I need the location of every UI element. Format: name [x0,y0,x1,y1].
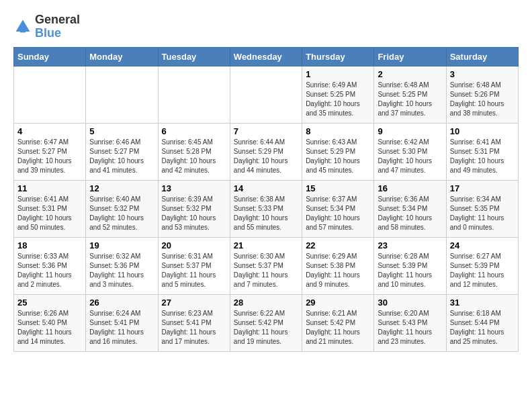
calendar-cell: 2Sunrise: 6:48 AMSunset: 5:25 PMDaylight… [374,66,446,123]
day-number: 19 [89,240,154,250]
day-info: Sunrise: 6:24 AMSunset: 5:41 PMDaylight:… [89,309,154,347]
calendar-cell: 6Sunrise: 6:45 AMSunset: 5:28 PMDaylight… [158,123,230,180]
calendar-cell: 7Sunrise: 6:44 AMSunset: 5:29 PMDaylight… [230,123,302,180]
calendar-cell: 27Sunrise: 6:23 AMSunset: 5:41 PMDayligh… [158,294,230,351]
calendar-cell: 12Sunrise: 6:40 AMSunset: 5:32 PMDayligh… [86,180,158,237]
calendar-cell: 4Sunrise: 6:47 AMSunset: 5:27 PMDaylight… [14,123,86,180]
calendar-week-4: 18Sunrise: 6:33 AMSunset: 5:36 PMDayligh… [14,237,519,294]
calendar-cell: 20Sunrise: 6:31 AMSunset: 5:37 PMDayligh… [158,237,230,294]
day-number: 11 [17,183,82,193]
col-wednesday: Wednesday [230,47,302,66]
day-number: 8 [306,126,370,136]
calendar-cell: 10Sunrise: 6:41 AMSunset: 5:31 PMDayligh… [446,123,518,180]
calendar-week-1: 1Sunrise: 6:49 AMSunset: 5:25 PMDaylight… [14,66,519,123]
day-number: 10 [450,126,515,136]
day-info: Sunrise: 6:38 AMSunset: 5:33 PMDaylight:… [234,195,298,232]
day-number: 31 [450,298,515,308]
day-info: Sunrise: 6:32 AMSunset: 5:36 PMDaylight:… [89,252,154,289]
day-number: 4 [17,126,82,136]
day-info: Sunrise: 6:48 AMSunset: 5:25 PMDaylight:… [378,81,442,118]
day-info: Sunrise: 6:47 AMSunset: 5:27 PMDaylight:… [17,138,82,175]
calendar-cell: 21Sunrise: 6:30 AMSunset: 5:37 PMDayligh… [230,237,302,294]
day-number: 2 [378,69,442,79]
calendar-cell: 15Sunrise: 6:37 AMSunset: 5:34 PMDayligh… [302,180,374,237]
day-info: Sunrise: 6:37 AMSunset: 5:34 PMDaylight:… [306,195,370,232]
day-info: Sunrise: 6:43 AMSunset: 5:29 PMDaylight:… [306,138,370,175]
calendar-cell: 3Sunrise: 6:48 AMSunset: 5:26 PMDaylight… [446,66,518,123]
day-number: 1 [306,69,370,79]
calendar-table: Sunday Monday Tuesday Wednesday Thursday… [13,47,519,352]
day-info: Sunrise: 6:45 AMSunset: 5:28 PMDaylight:… [162,138,226,175]
day-number: 9 [378,126,442,136]
calendar-cell: 5Sunrise: 6:46 AMSunset: 5:27 PMDaylight… [86,123,158,180]
calendar-cell: 16Sunrise: 6:36 AMSunset: 5:34 PMDayligh… [374,180,446,237]
calendar-cell [158,66,230,123]
day-info: Sunrise: 6:21 AMSunset: 5:42 PMDaylight:… [306,309,370,347]
calendar-cell [14,66,86,123]
calendar-body: 1Sunrise: 6:49 AMSunset: 5:25 PMDaylight… [14,66,519,351]
day-number: 16 [378,183,442,193]
col-friday: Friday [374,47,446,66]
col-thursday: Thursday [302,47,374,66]
col-saturday: Saturday [446,47,518,66]
calendar-cell: 29Sunrise: 6:21 AMSunset: 5:42 PMDayligh… [302,294,374,351]
calendar-cell: 23Sunrise: 6:28 AMSunset: 5:39 PMDayligh… [374,237,446,294]
calendar-cell [86,66,158,123]
day-info: Sunrise: 6:28 AMSunset: 5:39 PMDaylight:… [378,252,442,289]
day-number: 7 [234,126,298,136]
calendar-week-3: 11Sunrise: 6:41 AMSunset: 5:31 PMDayligh… [14,180,519,237]
calendar-cell: 25Sunrise: 6:26 AMSunset: 5:40 PMDayligh… [14,294,86,351]
day-number: 15 [306,183,370,193]
col-monday: Monday [86,47,158,66]
day-info: Sunrise: 6:46 AMSunset: 5:27 PMDaylight:… [89,138,154,175]
calendar-cell: 24Sunrise: 6:27 AMSunset: 5:39 PMDayligh… [446,237,518,294]
day-info: Sunrise: 6:18 AMSunset: 5:44 PMDaylight:… [450,309,515,347]
day-number: 23 [378,240,442,250]
day-info: Sunrise: 6:39 AMSunset: 5:32 PMDaylight:… [162,195,226,232]
day-info: Sunrise: 6:42 AMSunset: 5:30 PMDaylight:… [378,138,442,175]
day-number: 28 [234,298,298,308]
day-info: Sunrise: 6:33 AMSunset: 5:36 PMDaylight:… [17,252,82,289]
day-number: 14 [234,183,298,193]
day-number: 5 [89,126,154,136]
calendar-cell: 11Sunrise: 6:41 AMSunset: 5:31 PMDayligh… [14,180,86,237]
day-number: 6 [162,126,226,136]
calendar-cell: 1Sunrise: 6:49 AMSunset: 5:25 PMDaylight… [302,66,374,123]
day-number: 27 [162,298,226,308]
day-info: Sunrise: 6:26 AMSunset: 5:40 PMDaylight:… [17,309,82,347]
calendar-cell: 8Sunrise: 6:43 AMSunset: 5:29 PMDaylight… [302,123,374,180]
day-info: Sunrise: 6:36 AMSunset: 5:34 PMDaylight:… [378,195,442,232]
calendar-cell: 19Sunrise: 6:32 AMSunset: 5:36 PMDayligh… [86,237,158,294]
day-info: Sunrise: 6:48 AMSunset: 5:26 PMDaylight:… [450,81,515,118]
calendar-cell: 17Sunrise: 6:34 AMSunset: 5:35 PMDayligh… [446,180,518,237]
calendar-cell: 30Sunrise: 6:20 AMSunset: 5:43 PMDayligh… [374,294,446,351]
day-info: Sunrise: 6:31 AMSunset: 5:37 PMDaylight:… [162,252,226,289]
calendar-cell: 28Sunrise: 6:22 AMSunset: 5:42 PMDayligh… [230,294,302,351]
calendar-cell: 31Sunrise: 6:18 AMSunset: 5:44 PMDayligh… [446,294,518,351]
calendar-week-5: 25Sunrise: 6:26 AMSunset: 5:40 PMDayligh… [14,294,519,351]
day-number: 17 [450,183,515,193]
day-info: Sunrise: 6:34 AMSunset: 5:35 PMDaylight:… [450,195,515,232]
day-number: 30 [378,298,442,308]
header-row: Sunday Monday Tuesday Wednesday Thursday… [14,47,519,66]
day-info: Sunrise: 6:23 AMSunset: 5:41 PMDaylight:… [162,309,226,347]
calendar-cell: 22Sunrise: 6:29 AMSunset: 5:38 PMDayligh… [302,237,374,294]
calendar-cell: 14Sunrise: 6:38 AMSunset: 5:33 PMDayligh… [230,180,302,237]
day-info: Sunrise: 6:44 AMSunset: 5:29 PMDaylight:… [234,138,298,175]
day-info: Sunrise: 6:30 AMSunset: 5:37 PMDaylight:… [234,252,298,289]
page-header: General Blue [13,13,519,40]
col-sunday: Sunday [14,47,86,66]
svg-marker-0 [16,19,30,32]
calendar-cell: 9Sunrise: 6:42 AMSunset: 5:30 PMDaylight… [374,123,446,180]
day-info: Sunrise: 6:27 AMSunset: 5:39 PMDaylight:… [450,252,515,289]
calendar-cell: 18Sunrise: 6:33 AMSunset: 5:36 PMDayligh… [14,237,86,294]
day-info: Sunrise: 6:41 AMSunset: 5:31 PMDaylight:… [17,195,82,232]
logo: General Blue [13,13,80,40]
day-number: 12 [89,183,154,193]
logo-icon [13,17,32,36]
day-info: Sunrise: 6:49 AMSunset: 5:25 PMDaylight:… [306,81,370,118]
logo-text: General Blue [35,13,80,40]
day-info: Sunrise: 6:20 AMSunset: 5:43 PMDaylight:… [378,309,442,347]
day-number: 29 [306,298,370,308]
day-number: 22 [306,240,370,250]
